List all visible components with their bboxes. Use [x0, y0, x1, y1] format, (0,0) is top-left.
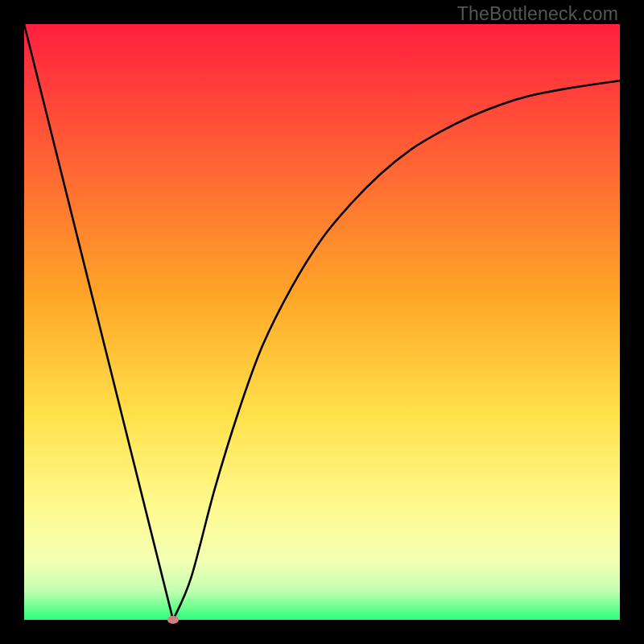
bottleneck-curve: [24, 24, 620, 620]
optimal-point-marker: [167, 616, 179, 624]
plot-area: [24, 24, 620, 620]
watermark-text: TheBottleneck.com: [457, 3, 618, 25]
chart-container: TheBottleneck.com: [0, 0, 644, 644]
curve-layer: [24, 24, 620, 620]
